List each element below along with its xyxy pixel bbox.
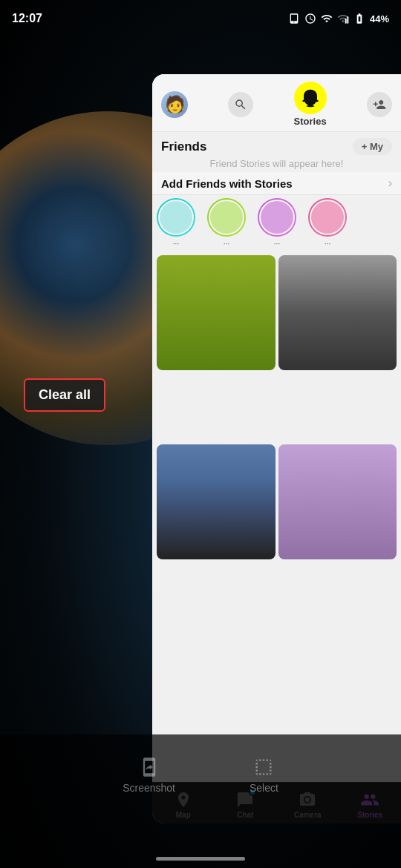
friend-stories-hint: Friend Stories will appear here! <box>161 158 392 169</box>
clear-all-button[interactable]: Clear all <box>24 378 105 412</box>
select-action[interactable]: Select <box>250 757 278 794</box>
story-avatar-inner-3 <box>310 200 345 235</box>
story-tile-1[interactable] <box>278 255 397 370</box>
snapchat-ghost-icon <box>300 88 321 108</box>
story-avatar-ring-3 <box>308 198 347 237</box>
add-friends-row[interactable]: Add Friends with Stories › <box>152 172 401 195</box>
screenshot-action[interactable]: Screenshot <box>123 757 175 794</box>
story-avatar-ring-0 <box>157 198 195 237</box>
status-icons: 44% <box>288 13 389 24</box>
story-avatar-row: ··· ··· ··· ··· <box>152 195 401 251</box>
story-avatar-2[interactable]: ··· <box>255 198 299 248</box>
snap-logo-circle <box>294 82 327 114</box>
story-tile-2[interactable] <box>157 444 276 559</box>
panel-nav: 🧑 Stories <box>161 82 392 127</box>
story-avatar-ring-2 <box>258 198 296 237</box>
screenshot-icon <box>139 757 160 777</box>
my-story-button[interactable]: + My <box>353 138 392 155</box>
friends-title: Friends <box>161 139 206 154</box>
search-icon <box>234 98 247 111</box>
story-avatar-inner-2 <box>259 200 295 235</box>
svg-rect-1 <box>347 16 348 23</box>
story-avatar-ring-1 <box>207 198 246 237</box>
stories-title: Stories <box>294 116 327 127</box>
home-indicator <box>156 857 245 861</box>
alarm-icon <box>304 13 316 24</box>
select-label: Select <box>250 782 278 794</box>
story-avatar-0[interactable]: ··· <box>154 198 198 248</box>
add-friend-button[interactable] <box>367 92 392 117</box>
story-avatar-inner-0 <box>158 200 194 235</box>
story-avatar-name-0: ··· <box>154 240 198 248</box>
snap-logo: Stories <box>294 82 327 127</box>
svg-rect-0 <box>345 19 347 24</box>
story-tile-3[interactable] <box>278 444 397 559</box>
status-time: 12:07 <box>12 12 42 25</box>
select-icon <box>253 757 274 777</box>
user-avatar[interactable]: 🧑 <box>161 91 188 118</box>
screenshot-label: Screenshot <box>123 782 175 794</box>
signal-icon <box>337 13 349 24</box>
snap-panel: 🧑 Stories <box>152 74 401 823</box>
status-bar: 12:07 44% <box>0 0 401 37</box>
story-tile-0[interactable] <box>157 255 276 370</box>
story-avatar-1[interactable]: ··· <box>204 198 249 248</box>
bottom-overlay: Screenshot Select <box>0 734 401 868</box>
story-avatar-name-2: ··· <box>255 240 299 248</box>
story-avatar-name-3: ··· <box>305 240 350 248</box>
stories-grid <box>152 251 401 782</box>
friends-section: Friends + My Friend Stories will appear … <box>152 132 401 172</box>
add-friends-label: Add Friends with Stories <box>161 177 293 190</box>
search-button[interactable] <box>228 92 253 117</box>
battery-icon <box>353 13 365 24</box>
friends-row: Friends + My <box>161 138 392 155</box>
wifi-icon <box>321 13 333 24</box>
battery-percent: 44% <box>370 13 389 24</box>
add-friend-icon <box>373 98 386 111</box>
my-story-label: + My <box>362 141 383 152</box>
panel-header: 🧑 Stories <box>152 74 401 132</box>
tablet-icon <box>288 13 300 24</box>
bottom-actions: Screenshot Select <box>123 757 278 794</box>
story-avatar-3[interactable]: ··· <box>305 198 350 248</box>
story-avatar-name-1: ··· <box>204 240 249 248</box>
chevron-right-icon: › <box>388 177 392 190</box>
story-avatar-inner-1 <box>209 200 244 235</box>
